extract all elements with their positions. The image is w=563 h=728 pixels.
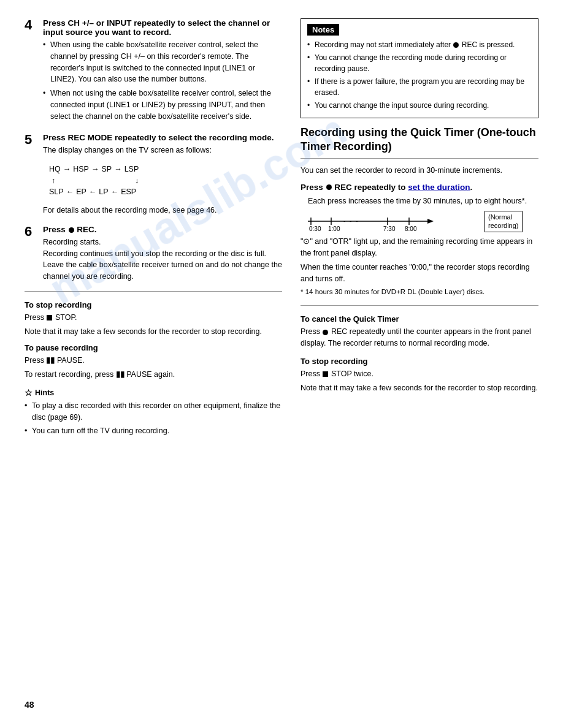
qt-press-underline: set the duration xyxy=(408,183,470,192)
to-stop-right-title: To stop recording xyxy=(301,357,538,366)
qt-intro: You can set the recorder to record in 30… xyxy=(301,165,538,176)
hint-icon: ☆ xyxy=(25,388,33,398)
step-6-content: Press REC. Recording starts. Recording c… xyxy=(43,225,282,282)
notes-box: Notes Recording may not start immediatel… xyxy=(301,18,538,118)
qt-footnote: * 14 hours 30 minutes for DVD+R DL (Doub… xyxy=(301,287,538,297)
mode-esp: ESP xyxy=(121,185,136,199)
step-6-title: Press REC. xyxy=(43,225,282,234)
qt-lights: "⊙" and "OTR" light up, and the remainin… xyxy=(301,236,538,259)
step-6-line-3: Leave the cable box/satellite receiver t… xyxy=(43,259,282,282)
pause-again-text: PAUSE again. xyxy=(126,370,175,379)
right-column: Notes Recording may not start immediatel… xyxy=(301,18,538,688)
list-item: To play a disc recorded with this record… xyxy=(25,400,282,423)
step-4-number: 4 xyxy=(25,18,38,124)
rec-dot-icon xyxy=(323,330,328,335)
step-5-title: Press REC MODE repeatedly to select the … xyxy=(43,133,282,142)
mode-slp: SLP xyxy=(49,185,64,199)
stop-twice-text: STOP twice. xyxy=(331,370,373,378)
mode-detail: For details about the recording mode, se… xyxy=(43,205,282,216)
svg-text:1:00: 1:00 xyxy=(328,226,340,232)
to-stop-right-note: Note that it may take a few seconds for … xyxy=(301,382,538,394)
hints-title: ☆ Hints xyxy=(25,388,282,398)
step-6-line-1: Recording starts. xyxy=(43,237,282,248)
to-stop-body: Press STOP. xyxy=(25,312,282,324)
mode-lsp: LSP xyxy=(124,162,139,176)
to-pause-restart: To restart recording, press ▮▮ PAUSE aga… xyxy=(25,369,282,381)
qt-counter: When the time counter reaches "0:00," th… xyxy=(301,262,538,285)
arrow-up: ↑ xyxy=(52,176,55,185)
step-6-line-2: Recording continues until you stop the r… xyxy=(43,248,282,260)
divider-right xyxy=(301,305,538,306)
rec-dot-icon xyxy=(69,227,74,233)
qt-press-line: Press REC repeatedly to set the duration… xyxy=(301,183,538,192)
to-pause-recording-section: To pause recording Press ▮▮ PAUSE. To re… xyxy=(25,343,282,381)
to-cancel-qt-body: Press REC repeatedly until the counter a… xyxy=(301,326,538,349)
svg-text:0:30: 0:30 xyxy=(309,226,321,232)
step-5: 5 Press REC MODE repeatedly to select th… xyxy=(25,133,282,216)
step-5-content: Press REC MODE repeatedly to select the … xyxy=(43,133,282,216)
step-6-number: 6 xyxy=(25,225,38,282)
left-column: 4 Press CH +/– or INPUT repeatedly to se… xyxy=(25,18,282,688)
timeline-svg: 0:30 1:00 - - - 7:30 8:00 xyxy=(308,210,480,232)
divider-1 xyxy=(25,291,282,292)
arrow: ← xyxy=(111,185,119,199)
list-item: Recording may not start immediately afte… xyxy=(307,39,532,50)
step-5-number: 5 xyxy=(25,133,38,216)
step-4-title: Press CH +/– or INPUT repeatedly to sele… xyxy=(43,18,282,37)
pause-icon: ▮▮ xyxy=(46,356,55,365)
notes-title: Notes xyxy=(307,24,339,36)
step-4: 4 Press CH +/– or INPUT repeatedly to se… xyxy=(25,18,282,124)
page-container: 4 Press CH +/– or INPUT repeatedly to se… xyxy=(0,0,563,728)
to-stop-note: Note that it may take a few seconds for … xyxy=(25,326,282,338)
to-stop-recording-right-section: To stop recording Press STOP twice. Note… xyxy=(301,357,538,394)
pause-text: PAUSE. xyxy=(57,356,85,365)
mode-sp: SP xyxy=(101,162,112,176)
arrow: → xyxy=(63,162,71,176)
to-stop-right-body: Press STOP twice. xyxy=(301,368,538,380)
arrow-down: ↓ xyxy=(135,176,139,185)
to-pause-body: Press ▮▮ PAUSE. xyxy=(25,355,282,366)
mode-lp: LP xyxy=(99,185,108,199)
hints-bullets: To play a disc recorded with this record… xyxy=(25,400,282,437)
page-number: 48 xyxy=(25,700,538,710)
hints-label: Hints xyxy=(35,389,54,397)
mode-diagram: HQ → HSP → SP → LSP ↑ ↓ xyxy=(49,162,282,199)
list-item: If there is a power failure, the program… xyxy=(307,76,532,98)
arrow: ← xyxy=(66,185,74,199)
rec-dot-icon xyxy=(453,42,459,48)
to-pause-title: To pause recording xyxy=(25,343,282,352)
hints-section: ☆ Hints To play a disc recorded with thi… xyxy=(25,388,282,437)
pause-again-icon: ▮▮ xyxy=(116,370,124,379)
stop-text: STOP. xyxy=(55,313,77,322)
to-stop-recording-section: To stop recording Press STOP. Note that … xyxy=(25,300,282,338)
normal-recording-label: (Normalrecording) xyxy=(484,211,523,232)
list-item: When using the cable box/satellite recei… xyxy=(43,39,282,85)
list-item: You cannot change the recording mode dur… xyxy=(307,52,532,74)
to-cancel-qt-title: To cancel the Quick Timer xyxy=(301,314,538,324)
list-item: You can turn off the TV during recording… xyxy=(25,425,282,437)
stop-icon xyxy=(47,315,52,320)
step-4-bullets: When using the cable box/satellite recei… xyxy=(43,39,282,122)
step-5-body: The display changes on the TV screen as … xyxy=(43,145,282,156)
arrow: ← xyxy=(89,185,97,199)
timeline-wrap: 0:30 1:00 - - - 7:30 8:00 (Normalrecordi… xyxy=(301,210,538,232)
step-6: 6 Press REC. Recording starts. Recording… xyxy=(25,225,282,282)
to-cancel-qt-section: To cancel the Quick Timer Press REC repe… xyxy=(301,314,538,349)
svg-text:7:30: 7:30 xyxy=(383,226,396,232)
mode-ep: EP xyxy=(76,185,86,199)
mode-row-1: HQ → HSP → SP → LSP xyxy=(49,162,282,176)
stop-icon xyxy=(323,371,328,377)
list-item: You cannot change the input source durin… xyxy=(307,100,532,111)
svg-text:- - -: - - - xyxy=(343,218,359,224)
mode-row-2: SLP ← EP ← LP ← ESP xyxy=(49,185,282,199)
list-item: When not using the cable box/satellite r… xyxy=(43,88,282,122)
qt-heading: Recording using the Quick Timer (One-tou… xyxy=(301,126,538,159)
qt-each-press: Each press increases the time by 30 minu… xyxy=(301,195,538,207)
mode-hsp: HSP xyxy=(73,162,89,176)
step-4-content: Press CH +/– or INPUT repeatedly to sele… xyxy=(43,18,282,124)
arrow: → xyxy=(114,162,122,176)
arrow: → xyxy=(91,162,99,176)
svg-text:8:00: 8:00 xyxy=(405,226,417,232)
to-stop-title: To stop recording xyxy=(25,300,282,309)
svg-marker-1 xyxy=(427,219,434,224)
